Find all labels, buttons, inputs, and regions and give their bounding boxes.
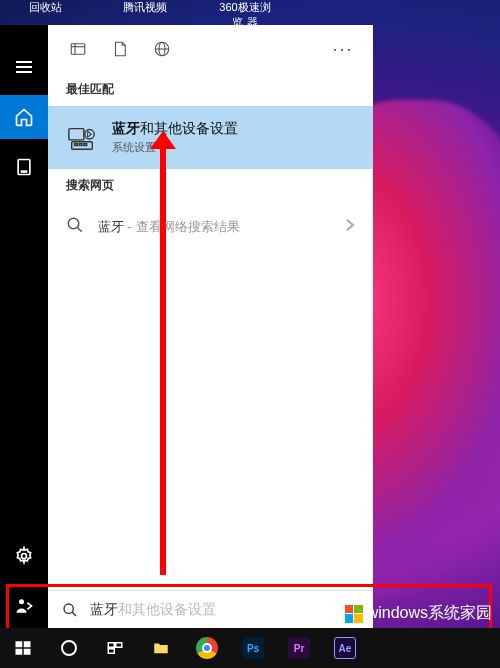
start-button[interactable] [0,628,46,668]
folder-icon [152,639,170,657]
svg-rect-13 [79,143,82,145]
taskbar-file-explorer[interactable] [138,628,184,668]
svg-line-19 [72,612,76,616]
svg-point-3 [19,599,24,604]
person-icon [14,596,34,616]
best-match-result[interactable]: 蓝牙和其他设备设置 系统设置 [48,106,373,169]
cortana-button[interactable] [46,628,92,668]
globe-icon [153,40,171,58]
web-result-text: 蓝牙 - 查看网络搜索结果 [98,218,331,236]
ellipsis-icon: ··· [332,39,353,60]
svg-point-16 [68,218,79,229]
bluetooth-settings-icon [66,122,98,154]
svg-line-17 [77,227,82,232]
search-icon [62,602,78,618]
svg-point-18 [64,604,73,613]
hamburger-menu-button[interactable] [0,45,48,89]
svg-rect-23 [24,649,31,655]
apps-icon [14,157,34,177]
search-input-box[interactable]: 蓝牙和其他设备设置 [48,590,373,628]
svg-point-2 [22,554,27,559]
best-match-header: 最佳匹配 [48,73,373,106]
svg-rect-1 [22,171,27,172]
photoshop-icon: Ps [242,637,264,659]
svg-rect-10 [69,128,84,139]
svg-rect-4 [71,44,85,55]
svg-rect-24 [108,643,114,648]
desktop-icon-label: 回收站 [29,0,62,15]
svg-rect-22 [16,649,23,655]
filter-documents-button[interactable] [100,29,140,69]
taskbar-after-effects[interactable]: Ae [322,628,368,668]
watermark: windows系统家园 [345,603,492,624]
taskbar: Ps Pr Ae [0,628,500,668]
document-icon [111,40,129,58]
home-icon [14,107,34,127]
search-panel-top-bar: ··· [48,25,373,73]
nav-home-button[interactable] [0,95,48,139]
best-match-text: 蓝牙和其他设备设置 系统设置 [112,120,355,155]
best-match-title: 蓝牙和其他设备设置 [112,120,355,138]
svg-rect-21 [24,641,31,647]
taskbar-chrome[interactable] [184,628,230,668]
taskbar-photoshop[interactable]: Ps [230,628,276,668]
windows-logo-icon [345,605,363,623]
taskbar-premiere[interactable]: Pr [276,628,322,668]
svg-point-15 [85,129,94,138]
search-input-text: 蓝牙和其他设备设置 [90,601,359,619]
chrome-icon [196,637,218,659]
nav-apps-button[interactable] [0,145,48,189]
filter-web-button[interactable] [142,29,182,69]
best-match-subtitle: 系统设置 [112,140,355,155]
hamburger-icon [16,61,32,73]
more-options-button[interactable]: ··· [323,29,363,69]
nav-feedback-button[interactable] [0,584,48,628]
svg-rect-14 [84,143,87,145]
gear-icon [14,546,34,566]
svg-rect-25 [116,643,122,648]
chevron-right-icon [345,218,355,236]
nav-settings-button[interactable] [0,534,48,578]
premiere-icon: Pr [288,637,310,659]
desktop-icon-label: 腾讯视频 [123,0,167,15]
web-search-header: 搜索网页 [48,169,373,202]
filter-apps-button[interactable] [58,29,98,69]
search-panel: ··· 最佳匹配 蓝牙和其他设备设置 系统设置 搜索网页 蓝牙 - 查看网络搜索… [48,25,373,628]
watermark-text: windows系统家园 [367,603,492,624]
after-effects-icon: Ae [334,637,356,659]
windows-start-icon [14,639,32,657]
task-view-button[interactable] [92,628,138,668]
start-left-nav [0,25,48,628]
svg-rect-26 [108,649,114,654]
task-view-icon [106,639,124,657]
web-search-result[interactable]: 蓝牙 - 查看网络搜索结果 [48,202,373,252]
svg-rect-20 [16,641,23,647]
search-icon [66,216,84,238]
svg-rect-12 [75,143,78,145]
apps-filter-icon [69,40,87,58]
cortana-icon [61,640,77,656]
